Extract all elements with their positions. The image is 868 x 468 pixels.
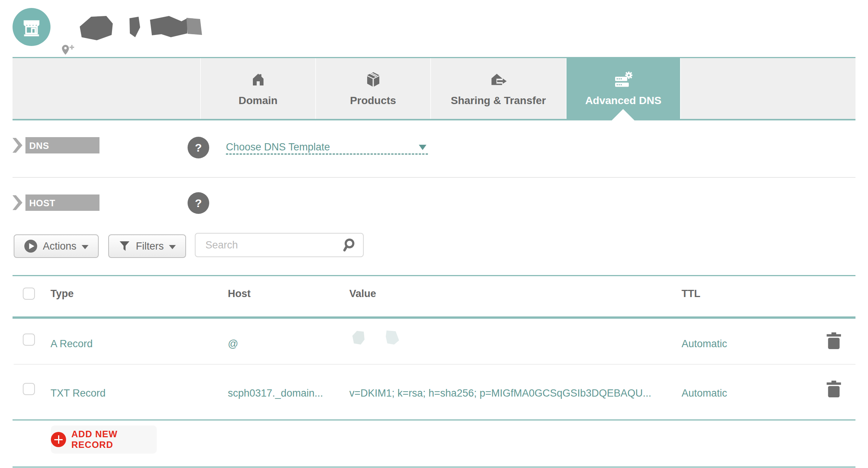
record-value[interactable]: v=DKIM1; k=rsa; h=sha256; p=MIGfMA0GCSqG… [349,387,651,399]
pin-plus-icon[interactable] [60,43,75,58]
search-input[interactable] [205,239,341,251]
advanced-dns-page: Domain Products Sharing & Transfer [0,0,868,468]
column-header-value: Value [349,288,376,300]
actions-button[interactable]: Actions [14,234,99,258]
filters-label: Filters [136,240,164,252]
divider [13,275,855,276]
choose-dns-template-dropdown[interactable]: Choose DNS Template [226,141,330,153]
search-box [195,233,364,257]
chevron-down-icon[interactable] [419,145,426,150]
divider [13,419,855,421]
filters-button[interactable]: Filters [108,234,186,258]
dropdown-underline [226,153,428,155]
server-gear-icon [614,70,633,89]
play-circle-icon [24,239,38,253]
record-ttl[interactable]: Automatic [682,387,727,399]
record-type[interactable]: A Record [51,338,93,350]
dns-templates-ribbon: DNS TEMPLATES [13,137,99,153]
redacted-value-blob [349,329,402,346]
divider [13,466,855,468]
chevron-down-icon [169,245,176,249]
search-icon[interactable] [341,237,356,253]
trash-icon [826,381,841,397]
host-records-ribbon: HOST RECORDS [13,194,99,211]
tab-label: Sharing & Transfer [451,95,546,107]
column-header-ttl: TTL [682,288,700,300]
column-header-type: Type [51,288,74,300]
tab-domain[interactable]: Domain [200,58,315,119]
add-record-label: ADD NEW RECORD [71,429,157,450]
account-avatar[interactable] [13,8,51,46]
divider [14,364,855,365]
question-mark-icon: ? [195,197,202,210]
question-mark-icon: ? [195,141,202,154]
divider [13,316,855,319]
add-new-record-button[interactable]: ADD NEW RECORD [51,425,157,454]
house-icon [249,70,267,89]
filter-funnel-icon [118,240,131,252]
section-label: DNS TEMPLATES [24,137,99,153]
record-host[interactable]: @ [228,338,238,350]
domain-nav-tabbar: Domain Products Sharing & Transfer [13,57,855,120]
active-tab-notch [612,109,634,120]
actions-label: Actions [43,240,77,252]
redacted-domain-name [74,11,205,46]
divider [13,177,855,178]
trash-icon [826,332,841,349]
tab-label: Domain [238,95,278,107]
delete-record-button[interactable] [826,381,841,397]
plus-icon [51,432,66,447]
section-label: HOST RECORDS [24,194,99,211]
delete-record-button[interactable] [826,332,841,349]
record-type[interactable]: TXT Record [51,387,106,399]
package-box-icon [364,70,382,89]
tab-sharing-transfer[interactable]: Sharing & Transfer [430,58,566,119]
chevron-down-icon [82,245,88,249]
record-host[interactable]: scph0317._domain... [228,387,323,399]
house-arrow-icon [489,70,508,89]
dns-templates-help-button[interactable]: ? [188,137,209,158]
row-checkbox[interactable] [23,383,35,395]
storefront-icon [20,15,43,39]
tab-label: Products [350,95,396,107]
tab-products[interactable]: Products [315,58,430,119]
host-records-help-button[interactable]: ? [188,192,209,214]
record-ttl[interactable]: Automatic [682,338,727,350]
tab-label: Advanced DNS [585,95,661,107]
select-all-checkbox[interactable] [23,288,35,300]
row-checkbox[interactable] [23,334,35,346]
column-header-host: Host [228,288,251,300]
